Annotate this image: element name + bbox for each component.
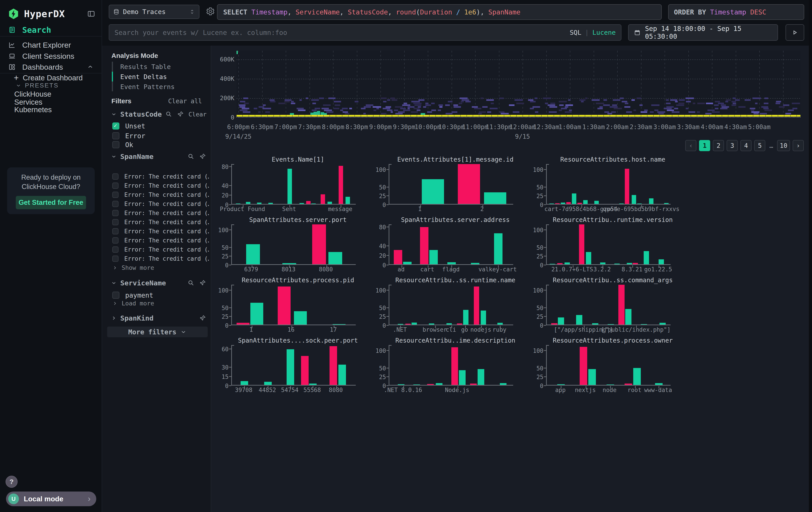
bar[interactable] bbox=[447, 262, 456, 264]
checkbox[interactable] bbox=[112, 292, 119, 299]
bar[interactable] bbox=[299, 203, 304, 204]
bar[interactable] bbox=[649, 198, 654, 204]
bar[interactable] bbox=[586, 252, 591, 264]
bar[interactable] bbox=[659, 259, 664, 264]
search-input[interactable] bbox=[115, 29, 570, 36]
checkbox[interactable] bbox=[112, 141, 119, 148]
filter-option-spanname[interactable]: Error: The credit card (… bbox=[112, 181, 209, 190]
bar[interactable] bbox=[287, 349, 294, 385]
search-icon[interactable] bbox=[188, 153, 194, 160]
local-mode-button[interactable]: U Local mode › bbox=[6, 491, 96, 506]
bar[interactable] bbox=[625, 383, 632, 385]
sidebar-item-search[interactable]: Search bbox=[0, 24, 102, 36]
bar[interactable] bbox=[632, 195, 636, 204]
mode-event-patterns[interactable]: Event Patterns bbox=[120, 83, 175, 91]
mini-bar-chart[interactable]: ResourceAttributes.process.owner10050250… bbox=[533, 337, 679, 394]
mini-bar-chart[interactable]: ResourceAttribu..ss.command_args10050250… bbox=[533, 276, 679, 333]
bar[interactable] bbox=[332, 324, 346, 325]
bar[interactable] bbox=[312, 224, 326, 264]
gear-icon[interactable] bbox=[206, 7, 215, 16]
bar[interactable] bbox=[394, 250, 402, 264]
bar[interactable] bbox=[452, 347, 458, 385]
date-range-picker[interactable]: Sep 14 18:00:00 - Sep 15 05:30:00 bbox=[628, 24, 778, 41]
mini-bar-chart[interactable]: SpanAttributes.server.port10050250637980… bbox=[218, 216, 365, 273]
pin-icon[interactable] bbox=[199, 153, 206, 160]
bar[interactable] bbox=[246, 202, 250, 204]
bar[interactable] bbox=[278, 287, 291, 325]
bar[interactable] bbox=[580, 347, 587, 385]
chevron-down-icon[interactable] bbox=[111, 154, 117, 159]
clear-all-button[interactable]: Clear all bbox=[168, 98, 202, 105]
filter-option-error[interactable]: Error bbox=[112, 131, 209, 140]
bar[interactable] bbox=[398, 384, 404, 385]
checkbox[interactable] bbox=[112, 192, 118, 198]
source-select[interactable]: Demo Traces bbox=[109, 5, 199, 19]
filter-option-ok[interactable]: Ok bbox=[112, 140, 209, 150]
bar[interactable] bbox=[600, 263, 605, 264]
bar[interactable] bbox=[411, 323, 417, 325]
preset-kubernetes[interactable]: Kubernetes bbox=[14, 106, 52, 114]
bar[interactable] bbox=[339, 166, 343, 204]
clear-statuscode-button[interactable]: Clear bbox=[188, 111, 207, 118]
bar[interactable] bbox=[619, 204, 624, 204]
chevron-down-icon[interactable] bbox=[111, 280, 117, 286]
bar[interactable] bbox=[427, 384, 434, 385]
bar[interactable] bbox=[588, 369, 596, 385]
page-button-1[interactable]: 1 bbox=[699, 140, 710, 151]
show-more-button[interactable]: Show more bbox=[112, 264, 154, 271]
mini-bar-chart[interactable]: SpanAttributes....sock.peer.port60301503… bbox=[218, 337, 365, 394]
bar[interactable] bbox=[633, 263, 638, 264]
filter-option-payment[interactable]: payment bbox=[112, 291, 209, 300]
bar[interactable] bbox=[346, 197, 350, 204]
run-query-button[interactable] bbox=[786, 24, 804, 41]
bar[interactable] bbox=[446, 323, 452, 325]
mini-bar-chart[interactable]: ResourceAttributes.host.name10050250cart… bbox=[533, 156, 679, 213]
lang-lucene[interactable]: Lucene bbox=[592, 29, 616, 36]
bar[interactable] bbox=[484, 192, 506, 204]
bar[interactable] bbox=[413, 384, 420, 385]
more-filters-button[interactable]: More filters bbox=[107, 327, 208, 337]
mini-bar-chart[interactable]: ResourceAttribu..ime.description10050250… bbox=[375, 337, 522, 394]
checkbox[interactable] bbox=[112, 228, 118, 235]
mini-bar-chart[interactable]: ResourceAttributes.process.pid1005025011… bbox=[218, 276, 365, 333]
page-button-3[interactable]: 3 bbox=[727, 140, 738, 151]
bar[interactable] bbox=[608, 324, 614, 325]
bar[interactable] bbox=[497, 323, 503, 325]
bar[interactable] bbox=[561, 203, 565, 204]
sql-select-input[interactable]: SELECT Timestamp, ServiceName, StatusCod… bbox=[217, 4, 662, 20]
chevron-down-icon[interactable] bbox=[111, 111, 117, 117]
checkbox[interactable] bbox=[112, 173, 118, 180]
bar[interactable] bbox=[500, 383, 506, 385]
bar[interactable] bbox=[240, 381, 248, 385]
bar[interactable] bbox=[327, 202, 332, 204]
get-started-button[interactable]: Get Started for Free bbox=[16, 196, 86, 209]
collapse-sidebar-icon[interactable] bbox=[87, 9, 95, 18]
presets-toggle[interactable]: PRESETS bbox=[16, 82, 59, 89]
bar[interactable] bbox=[306, 201, 311, 204]
checkbox[interactable] bbox=[112, 183, 118, 189]
bar[interactable] bbox=[294, 311, 307, 325]
bar[interactable] bbox=[594, 201, 599, 204]
bar[interactable] bbox=[250, 303, 263, 325]
bar[interactable] bbox=[664, 203, 669, 204]
filter-option-spanname[interactable]: Error: The credit card (… bbox=[112, 190, 209, 199]
bar[interactable] bbox=[579, 224, 584, 264]
bar[interactable] bbox=[566, 202, 571, 204]
bar[interactable] bbox=[429, 323, 434, 325]
create-dashboard-button[interactable]: + Create Dashboard bbox=[14, 73, 83, 83]
bar[interactable] bbox=[583, 200, 588, 204]
bar[interactable] bbox=[576, 315, 582, 325]
bar[interactable] bbox=[633, 368, 641, 385]
mini-bar-chart[interactable]: ResourceAttribu..ss.runtime.name10050250… bbox=[375, 276, 522, 333]
bar[interactable] bbox=[311, 204, 316, 204]
checkbox[interactable] bbox=[112, 237, 118, 244]
bar[interactable] bbox=[477, 369, 484, 385]
bar[interactable] bbox=[625, 169, 629, 204]
page-button-5[interactable]: 5 bbox=[754, 140, 765, 151]
mini-bar-chart[interactable]: Events.Name[1]8040200Product FoundSentme… bbox=[218, 156, 365, 213]
bar[interactable] bbox=[246, 244, 260, 264]
bar[interactable] bbox=[463, 310, 468, 325]
bar[interactable] bbox=[328, 252, 342, 264]
filter-option-spanname[interactable]: Error: The credit card (… bbox=[112, 209, 209, 217]
bar[interactable] bbox=[641, 324, 647, 325]
